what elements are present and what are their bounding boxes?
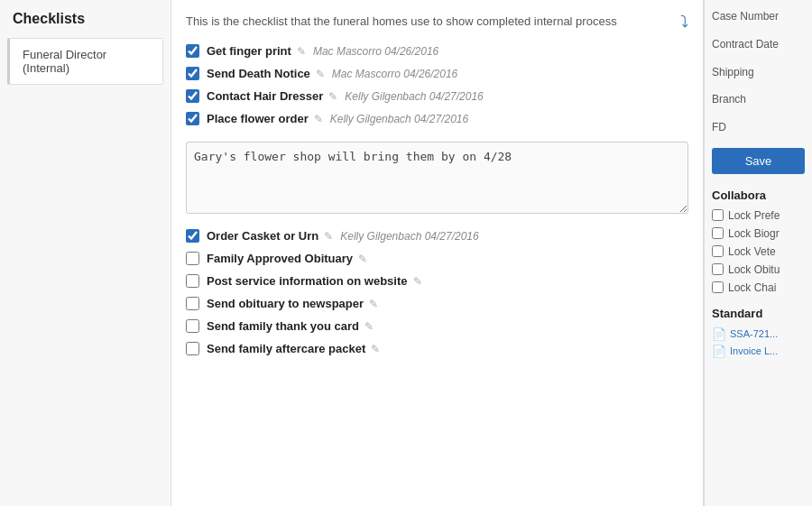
checklist-item: Send family thank you card✎ [186, 319, 688, 333]
main-content: This is the checklist that the funeral h… [171, 0, 704, 506]
checklist-item-label: Send family thank you card [207, 319, 359, 333]
document-item[interactable]: 📄Invoice L... [712, 345, 805, 358]
checklist-item-label: Send family aftercare packet [207, 342, 365, 355]
checklist-items-top: Get finger print✎Mac Mascorro 04/26/2016… [186, 44, 688, 125]
checklist-description: This is the checklist that the funeral h… [186, 13, 671, 31]
sidebar-item-line1: Funeral Director [23, 48, 106, 61]
checklist-item-label: Place flower order [207, 112, 309, 125]
document-item[interactable]: 📄SSA-721... [712, 327, 805, 341]
checklist-item-meta: Kelly Gilgenbach 04/27/2016 [345, 90, 483, 103]
save-button[interactable]: Save [712, 148, 805, 174]
checklist-item-meta: Kelly Gilgenbach 04/27/2016 [330, 113, 468, 125]
edit-pencil-icon[interactable]: ✎ [324, 230, 333, 243]
right-panel-field: Branch [712, 92, 805, 107]
checklist-item: Contact Hair Dresser✎Kelly Gilgenbach 04… [186, 89, 688, 103]
edit-pencil-icon[interactable]: ✎ [328, 90, 337, 103]
checklist-item-meta: Kelly Gilgenbach 04/27/2016 [340, 230, 478, 243]
checklist-item-label: Order Casket or Urn [207, 229, 318, 243]
right-panel-field: Contract Date [712, 37, 805, 52]
document-label: Invoice L... [730, 345, 778, 356]
edit-pencil-icon[interactable]: ✎ [413, 275, 422, 288]
checklist-item: Send Death Notice✎Mac Mascorro 04/26/201… [186, 67, 688, 80]
lock-checkbox[interactable] [712, 281, 724, 293]
lock-label: Lock Obitu [728, 263, 780, 276]
pdf-icon: 📄 [712, 327, 726, 341]
sidebar-item-line2: (Internal) [23, 61, 69, 75]
checklist-item-label: Family Approved Obituary [207, 252, 353, 265]
description-row: This is the checklist that the funeral h… [186, 13, 688, 32]
right-panel-field: FD [712, 120, 805, 135]
right-fields: Case NumberContract DateShippingBranchFD [712, 9, 805, 135]
checklist-item-label: Send obituary to newspaper [207, 297, 364, 310]
checklist-checkbox[interactable] [186, 342, 199, 355]
lock-checkbox[interactable] [712, 263, 724, 275]
checklist-items-bottom: Order Casket or Urn✎Kelly Gilgenbach 04/… [186, 229, 688, 355]
lock-checkbox[interactable] [712, 227, 724, 239]
checklist-item: Get finger print✎Mac Mascorro 04/26/2016 [186, 44, 688, 58]
checklist-item-label: Send Death Notice [207, 67, 310, 80]
checklist-item: Family Approved Obituary✎ [186, 252, 688, 265]
checklist-checkbox[interactable] [186, 44, 199, 58]
checklist-item: Send obituary to newspaper✎ [186, 297, 688, 310]
edit-pencil-icon[interactable]: ✎ [314, 113, 323, 125]
edit-pencil-icon[interactable]: ✎ [358, 253, 367, 265]
right-panel-field: Case Number [712, 9, 805, 24]
lock-label: Lock Prefe [728, 209, 780, 222]
checklist-item: Order Casket or Urn✎Kelly Gilgenbach 04/… [186, 229, 688, 243]
checklist-item: Place flower order✎Kelly Gilgenbach 04/2… [186, 112, 688, 125]
lock-item: Lock Biogr [712, 227, 805, 240]
edit-pencil-icon[interactable]: ✎ [316, 68, 325, 80]
lock-item: Lock Vete [712, 245, 805, 258]
lock-checkbox[interactable] [712, 209, 724, 221]
checklist-checkbox[interactable] [186, 274, 199, 288]
download-icon[interactable]: ⤵ [680, 13, 688, 32]
edit-pencil-icon[interactable]: ✎ [297, 45, 306, 58]
checklist-item: Send family aftercare packet✎ [186, 342, 688, 355]
checklist-item-label: Contact Hair Dresser [207, 89, 323, 103]
lock-label: Lock Biogr [728, 227, 780, 240]
pdf-icon: 📄 [712, 345, 726, 358]
sidebar-item-funeral-director[interactable]: Funeral Director (Internal) [7, 38, 163, 85]
left-sidebar: Checklists Funeral Director (Internal) [0, 0, 171, 506]
document-label: SSA-721... [730, 328, 778, 339]
standard-section: Standard 📄SSA-721...📄Invoice L... [712, 307, 805, 358]
lock-label: Lock Chai [728, 281, 776, 294]
note-textarea[interactable] [186, 142, 688, 214]
lock-checkbox[interactable] [712, 245, 724, 257]
edit-pencil-icon[interactable]: ✎ [371, 343, 380, 355]
right-panel-field: Shipping [712, 65, 805, 80]
checklist-checkbox[interactable] [186, 67, 199, 80]
checklist-checkbox[interactable] [186, 229, 199, 243]
checklist-checkbox[interactable] [186, 319, 199, 333]
checklist-checkbox[interactable] [186, 112, 199, 125]
edit-pencil-icon[interactable]: ✎ [364, 320, 374, 333]
lock-item: Lock Prefe [712, 209, 805, 222]
lock-item: Lock Chai [712, 281, 805, 294]
collabora-title: Collabora [712, 189, 805, 202]
checklist-item-meta: Mac Mascorro 04/26/2016 [313, 45, 438, 58]
checklist-checkbox[interactable] [186, 252, 199, 265]
right-panel: Case NumberContract DateShippingBranchFD… [704, 0, 812, 506]
checklist-item-label: Get finger print [207, 44, 291, 58]
lock-label: Lock Vete [728, 245, 776, 258]
page-title: Checklists [0, 11, 171, 38]
checklist-checkbox[interactable] [186, 89, 199, 103]
checklist-item-meta: Mac Mascorro 04/26/2016 [332, 68, 457, 80]
checklist-item: Post service information on website✎ [186, 274, 688, 288]
checklist-checkbox[interactable] [186, 297, 199, 310]
standard-title: Standard [712, 307, 805, 320]
edit-pencil-icon[interactable]: ✎ [369, 298, 378, 310]
checklist-item-label: Post service information on website [207, 274, 408, 288]
lock-item: Lock Obitu [712, 263, 805, 276]
lock-items-container: Lock PrefeLock BiogrLock VeteLock ObituL… [712, 209, 805, 294]
documents-container: 📄SSA-721...📄Invoice L... [712, 327, 805, 358]
